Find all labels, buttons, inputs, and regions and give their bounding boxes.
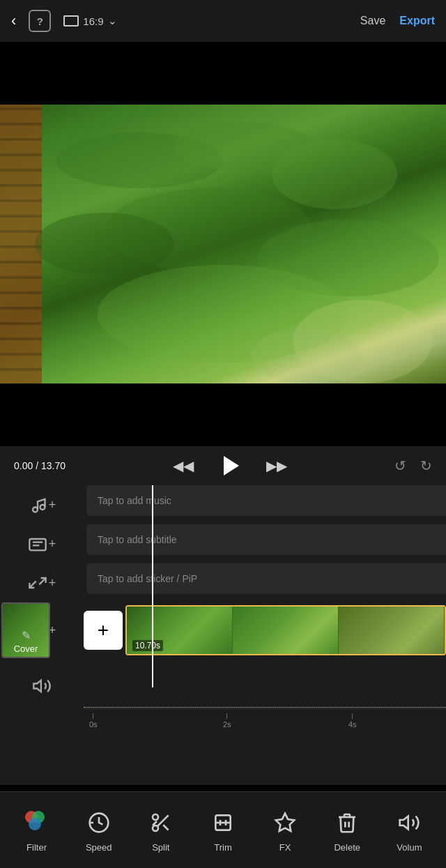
- add-music-label: Tap to add music: [98, 495, 171, 506]
- ratio-selector[interactable]: 16:9 ⌄: [63, 15, 116, 27]
- add-subtitle-label: Tap to add subtitle: [98, 534, 177, 545]
- track-icon-audio[interactable]: [0, 667, 84, 706]
- volume-label: Volum: [397, 842, 422, 853]
- ruler-label-4s: 4s: [348, 720, 357, 729]
- svg-marker-33: [400, 816, 408, 830]
- filter-icon: [22, 807, 52, 838]
- svg-marker-32: [276, 814, 295, 831]
- add-sticker-button[interactable]: Tap to add sticker / PiP: [86, 563, 446, 594]
- subtitle-track-row[interactable]: Tap to add subtitle: [84, 524, 446, 563]
- add-subtitle-button[interactable]: Tap to add subtitle: [86, 524, 446, 555]
- add-clip-button[interactable]: +: [84, 611, 123, 650]
- tool-item-volume[interactable]: Volum: [384, 807, 434, 853]
- svg-point-26: [153, 825, 158, 831]
- svg-point-2: [272, 139, 397, 209]
- playhead: [152, 485, 153, 687]
- tool-item-fx[interactable]: FX: [260, 807, 310, 853]
- ruler-tick-icon: [352, 713, 353, 719]
- svg-rect-12: [29, 539, 45, 550]
- export-button[interactable]: Export: [399, 15, 435, 27]
- bottom-toolbar: Filter Speed Split: [0, 791, 446, 868]
- delete-label: Delete: [334, 842, 360, 853]
- cover-thumbnail[interactable]: ✎ Cover: [1, 602, 50, 658]
- track-icon-subtitle[interactable]: +: [0, 524, 84, 563]
- timeline-area: + + + +: [0, 485, 446, 785]
- add-sticker-label: Tap to add sticker / PiP: [98, 573, 197, 584]
- playback-controls: 0.00 / 13.70 ◀◀ ▶▶ ↺ ↻: [0, 446, 446, 485]
- skip-forward-button[interactable]: ▶▶: [266, 457, 287, 474]
- svg-point-25: [153, 814, 158, 820]
- clip-thumbnail-2: [233, 607, 339, 654]
- redo-button[interactable]: ↻: [420, 457, 432, 474]
- ruler-mark-4s: 4s: [348, 713, 357, 729]
- clip-thumbnail-3: [339, 607, 445, 654]
- split-icon: [146, 807, 176, 838]
- undo-button[interactable]: ↺: [394, 457, 406, 474]
- add-clip-icon: +: [98, 619, 109, 641]
- track-icon-sticker[interactable]: +: [0, 563, 84, 602]
- ruler-mark-0s: 0s: [89, 713, 98, 729]
- volume-icon: [394, 807, 424, 838]
- clip-time-label: 10.70s: [132, 640, 163, 651]
- ruler-label-0s: 0s: [89, 720, 98, 729]
- save-button[interactable]: Save: [360, 15, 385, 27]
- video-clip-strip[interactable]: 10.70s: [125, 605, 446, 655]
- top-bar: ‹ ? 16:9 ⌄ Save Export: [0, 0, 446, 42]
- svg-line-15: [39, 578, 45, 584]
- video-frame: [0, 105, 446, 383]
- skip-back-button[interactable]: ◀◀: [173, 457, 194, 474]
- speed-icon: [84, 807, 114, 838]
- playback-center-controls: ◀◀ ▶▶: [173, 450, 287, 481]
- help-button[interactable]: ?: [29, 10, 51, 32]
- tool-item-trim[interactable]: Trim: [198, 807, 248, 853]
- playback-right-controls: ↺ ↻: [394, 457, 432, 474]
- add-music-button[interactable]: Tap to add music: [86, 485, 446, 516]
- trim-label: Trim: [214, 842, 232, 853]
- time-separator: /: [36, 460, 41, 471]
- ratio-box-icon: [63, 15, 79, 26]
- video-clip-track: + 10.70s: [84, 602, 446, 658]
- svg-line-16: [29, 581, 36, 588]
- svg-point-8: [251, 328, 362, 383]
- ruler-label-2s: 2s: [223, 720, 231, 729]
- svg-point-4: [35, 213, 174, 275]
- current-time: 0.00: [14, 460, 33, 471]
- total-time: 13.70: [41, 460, 66, 471]
- fx-label: FX: [279, 842, 291, 853]
- tool-item-split[interactable]: Split: [136, 807, 186, 853]
- ratio-label: 16:9: [83, 15, 103, 27]
- ruler-tick-icon: [226, 713, 227, 719]
- trim-icon: [208, 807, 238, 838]
- ratio-chevron-icon: ⌄: [108, 15, 117, 27]
- svg-marker-22: [33, 680, 41, 692]
- timeline-ruler: 0s 2s 4s: [84, 708, 446, 736]
- back-button[interactable]: ‹: [11, 12, 16, 30]
- time-display: 0.00 / 13.70: [14, 460, 66, 471]
- ruler-mark-2s: 2s: [223, 713, 231, 729]
- tool-item-filter[interactable]: Filter: [12, 807, 62, 853]
- play-button[interactable]: [215, 450, 245, 481]
- svg-line-28: [163, 825, 168, 830]
- tool-item-speed[interactable]: Speed: [74, 807, 124, 853]
- ruler-tick-icon: [93, 713, 93, 719]
- speed-label: Speed: [86, 842, 112, 853]
- play-icon: [224, 456, 239, 475]
- cover-edit-icon: ✎: [22, 629, 31, 642]
- delete-icon: [332, 807, 362, 838]
- sticker-track-row[interactable]: Tap to add sticker / PiP: [84, 563, 446, 602]
- cover-label: Cover: [14, 644, 38, 654]
- tool-item-delete[interactable]: Delete: [322, 807, 372, 853]
- filter-label: Filter: [26, 842, 47, 853]
- split-label: Split: [152, 842, 169, 853]
- track-icon-music[interactable]: +: [0, 485, 84, 524]
- fx-icon: [270, 807, 300, 838]
- video-preview: [0, 42, 446, 446]
- music-track-row[interactable]: Tap to add music: [84, 485, 446, 524]
